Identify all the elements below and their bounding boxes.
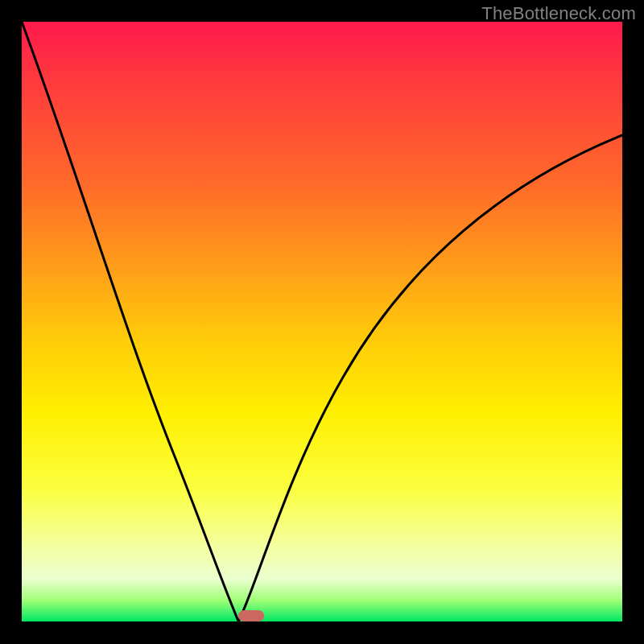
chart-frame: TheBottleneck.com [0, 0, 644, 644]
watermark-text: TheBottleneck.com [481, 3, 636, 24]
gradient-plot-area [22, 22, 622, 621]
bottleneck-marker [238, 610, 264, 621]
